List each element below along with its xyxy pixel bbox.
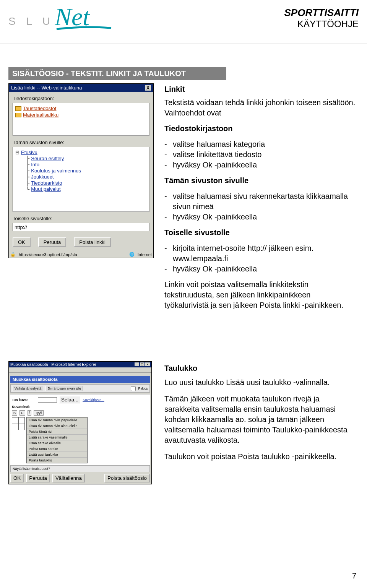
- menu-item[interactable]: Lisää rivi tämän rivin alapuolelle: [27, 423, 87, 429]
- dialog2-buttons: OK Peruuta Välitallenna Poista sisältöos…: [10, 474, 150, 482]
- tree-leaf-icon: ├: [26, 174, 29, 180]
- subhead-othersite: Toiselle sivustolle: [164, 228, 230, 237]
- close-icon[interactable]: X: [145, 85, 151, 91]
- page-header: S L U Net SPORTTISAITTI KÄYTTÖOHJE: [0, 0, 367, 44]
- subhead-filestore: Tiedostokirjastoon: [164, 124, 233, 133]
- list-item: hyväksy Ok -painikkeella: [164, 160, 356, 170]
- hide-checkbox[interactable]: [131, 386, 136, 391]
- status-url: https://secure3.optinet.fi/mp/sta: [19, 252, 77, 257]
- header-right: SPORTTISAITTI KÄYTTÖOHJE: [284, 7, 359, 29]
- file-item[interactable]: Taustatiedostot: [23, 106, 56, 111]
- show-more-label[interactable]: Näytä lisäominaisuudet?: [13, 467, 50, 471]
- action-strip: Vaihda järjestystä Siirrä toisen sivun a…: [10, 384, 150, 393]
- italic-button[interactable]: /: [28, 410, 32, 416]
- list-item: valitse haluamasi kategoria: [164, 139, 356, 149]
- para-table-2: Tämän jälkeen voit muokata taulukon rive…: [164, 394, 356, 445]
- para-remove: Linkin voit poistaa valitsemalla linkkit…: [164, 279, 356, 310]
- remove-link-button[interactable]: Poista linkki: [74, 237, 111, 247]
- dialog1-titlebar: Lisää linkki -- Web-valintaikkuna X: [9, 84, 153, 92]
- ie-toolbar: [9, 367, 151, 373]
- dialog-edit-content: Muokkaa sisältöosiota - Microsoft Intern…: [8, 361, 152, 484]
- menu-item[interactable]: Lisää rivi tämän rivin yläpuolelle: [27, 417, 87, 423]
- heading-table: Taulukko: [164, 363, 356, 374]
- btn-reorder[interactable]: Vaihda järjestystä: [13, 386, 43, 391]
- file-item[interactable]: Materiaalisalkku: [23, 112, 58, 118]
- tree-toggle-icon[interactable]: ⊟: [15, 149, 19, 155]
- page-number: 7: [352, 572, 356, 580]
- folder-icon: [15, 113, 21, 117]
- dialog1-title: Lisää linkki -- Web-valintaikkuna: [11, 85, 82, 91]
- bold-button[interactable]: B: [12, 410, 17, 416]
- filestore-list[interactable]: Taustatiedostot Materiaalisalkku: [13, 103, 149, 136]
- label-filestore: Tiedostokirjastoon:: [13, 96, 149, 101]
- logo-slu-text: S L U: [8, 15, 54, 28]
- cancel-button[interactable]: Peruuta: [26, 474, 50, 482]
- list-item: valitse haluamasi sivu rakennekartasta k…: [164, 191, 356, 212]
- table-icon[interactable]: [12, 417, 25, 430]
- doc-subtitle: KÄYTTÖOHJE: [284, 19, 359, 29]
- browse-button[interactable]: Selaa...: [59, 396, 80, 403]
- globe-icon: 🌐: [129, 252, 135, 257]
- delete-section-button[interactable]: Poista sisältöosio: [104, 474, 150, 482]
- tree-item[interactable]: Etusivu: [21, 149, 37, 155]
- save-button[interactable]: Välitallenna: [52, 474, 85, 482]
- tree-item[interactable]: Joukkueet: [31, 174, 54, 180]
- ok-button[interactable]: OK: [10, 474, 24, 482]
- list-item: hyväksy Ok -painikkeella: [164, 212, 356, 222]
- menu-item[interactable]: Poista taulukko: [27, 458, 87, 463]
- cancel-button[interactable]: Peruuta: [38, 237, 67, 247]
- doc-title: SPORTTISAITTI: [284, 7, 359, 19]
- logo-net: Net: [55, 7, 112, 36]
- mini-toolbar: B U / Tyyli: [12, 410, 148, 416]
- heading-links: Linkit: [164, 84, 356, 94]
- folder-icon: [15, 106, 21, 111]
- dialog1-statusbar: 🔒 https://secure3.optinet.fi/mp/sta 🌐 In…: [9, 251, 153, 258]
- hide-label: Piilota: [138, 387, 148, 390]
- label-othersite: Toiselle sivustolle:: [13, 216, 149, 221]
- panel-title: Muokkaa sisältöosiota: [10, 376, 150, 383]
- style-button[interactable]: Tyyli: [34, 410, 44, 416]
- close-icon[interactable]: ×: [145, 362, 150, 366]
- tree-item[interactable]: Info: [31, 162, 39, 167]
- tree-leaf-icon: ├: [26, 156, 29, 161]
- label-image: Tuo kuva:: [12, 398, 36, 402]
- para-table-1: Luo uusi taulukko Lisää uusi taulukko -v…: [164, 377, 356, 388]
- tree-leaf-icon: └: [26, 186, 29, 192]
- menu-item[interactable]: Poista tämä rivi: [27, 429, 87, 435]
- list-item: hyväksy Ok -painikkeella: [164, 264, 356, 274]
- ok-button[interactable]: OK: [13, 237, 31, 247]
- maximize-icon[interactable]: □: [140, 362, 145, 366]
- show-more-strip: Näytä lisäominaisuudet?: [10, 465, 150, 472]
- tree-item[interactable]: Seuran esittely: [31, 156, 64, 161]
- tree-leaf-icon: ├: [26, 168, 29, 174]
- label-caption: Kuvateksti:: [12, 405, 36, 409]
- sitemap-tree[interactable]: ⊟Etusivu ├Seuran esittely ├Info ├Koulutu…: [13, 147, 149, 212]
- list-item: kirjoita internet-osoite http:// jälkeen…: [164, 243, 356, 264]
- image-path-input[interactable]: [38, 397, 57, 403]
- tree-item[interactable]: Muut palvelut: [31, 186, 60, 192]
- btn-move-under[interactable]: Siirrä toisen sivun alle: [45, 386, 83, 391]
- dialog-add-link: Lisää linkki -- Web-valintaikkuna X Tied…: [8, 83, 154, 258]
- label-thissite: Tämän sivuston sivulle:: [13, 140, 149, 145]
- para-intro: Tekstistä voidaan tehdä linkki johonkin …: [164, 97, 356, 118]
- form-area: Tuo kuva: Selaa... Kuvakirjasto... Kuvat…: [10, 394, 150, 465]
- list-othersite: kirjoita internet-osoite http:// jälkeen…: [164, 243, 356, 274]
- minimize-icon[interactable]: _: [135, 362, 139, 366]
- image-library-link[interactable]: Kuvakirjasto...: [83, 398, 104, 402]
- subhead-thissite: Tämän sivuston sivulle: [164, 176, 248, 185]
- list-item: valitse linkitettävä tiedosto: [164, 149, 356, 160]
- tree-leaf-icon: ├: [26, 180, 29, 186]
- content-table: Taulukko Luo uusi taulukko Lisää uusi ta…: [164, 363, 356, 468]
- menu-item[interactable]: Lisää sarake oikealle: [27, 440, 87, 446]
- tree-item[interactable]: Tiedotearkisto: [31, 180, 62, 186]
- list-thissite: valitse haluamasi sivu rakennekartasta k…: [164, 191, 356, 222]
- menu-item[interactable]: Lisää uusi taulukko: [27, 452, 87, 458]
- tree-leaf-icon: ├: [26, 162, 29, 167]
- menu-item[interactable]: Poista tämä sarake: [27, 446, 87, 452]
- list-filestore: valitse haluamasi kategoria valitse link…: [164, 139, 356, 170]
- table-context-menu[interactable]: Lisää rivi tämän rivin yläpuolelle Lisää…: [26, 417, 88, 463]
- tree-item[interactable]: Koulutus ja valmennus: [31, 168, 81, 174]
- menu-item[interactable]: Lisää sarake vasemmalle: [27, 435, 87, 440]
- url-input[interactable]: [13, 223, 149, 231]
- underline-button[interactable]: U: [19, 410, 25, 416]
